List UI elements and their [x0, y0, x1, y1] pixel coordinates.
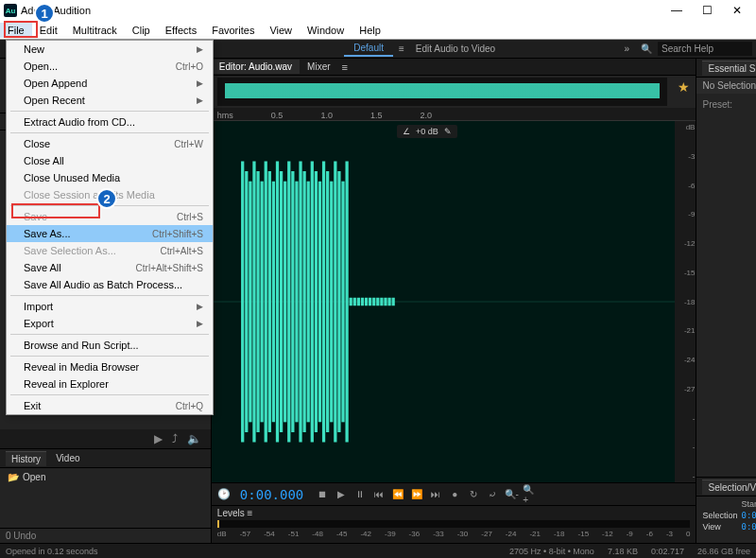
levels-label: Levels: [217, 508, 245, 518]
transport-btn-9[interactable]: ⤾: [485, 487, 500, 502]
no-selection-label: No Selection: [696, 78, 756, 94]
file-menu-save: SaveCtrl+S: [7, 208, 213, 225]
annotation-badge-2: 2: [96, 188, 117, 209]
app-icon: Au: [4, 4, 17, 17]
file-menu-close-all[interactable]: Close All: [7, 152, 213, 169]
gain-value[interactable]: +0 dB: [416, 127, 438, 136]
file-menu-open-recent[interactable]: Open Recent▶: [7, 92, 213, 109]
menu-file[interactable]: File: [0, 23, 32, 38]
file-menu-reveal-in-explorer[interactable]: Reveal in Explorer: [7, 375, 213, 392]
open-icon: 📂: [8, 472, 19, 482]
menu-view[interactable]: View: [262, 23, 300, 38]
transport-btn-8[interactable]: ↻: [466, 487, 481, 502]
loop-icon[interactable]: ⤴: [172, 432, 178, 445]
file-menu-save-all[interactable]: Save AllCtrl+Alt+Shift+S: [7, 259, 213, 276]
status-disk: 26.86 GB free: [697, 547, 750, 556]
selection-view-tab[interactable]: Selection/View: [702, 480, 756, 495]
undo-counter: 0 Undo: [0, 528, 211, 543]
timecode[interactable]: 0:00.000: [240, 487, 303, 502]
history-list: 📂Open: [0, 468, 211, 528]
workspace-edit-av[interactable]: Edit Audio to Video: [410, 42, 501, 56]
editor-tabs: Editor: Audio.wavMixer ≡: [212, 59, 696, 76]
essential-sound-tab[interactable]: Essential Sound: [702, 61, 756, 76]
history-panel-header: HistoryVideo: [0, 449, 211, 468]
transport-btn-3[interactable]: ⏮: [371, 487, 387, 502]
file-menu-save-selection-as-: Save Selection As...Ctrl+Alt+S: [7, 242, 213, 259]
status-sample: 2705 Hz • 8-bit • Mono: [509, 547, 594, 556]
status-bar: Opened in 0.12 seconds 2705 Hz • 8-bit •…: [0, 543, 756, 558]
file-menu-browse-and-run-script-[interactable]: Browse and Run Script...: [7, 337, 213, 354]
menu-multitrack[interactable]: Multitrack: [65, 23, 125, 38]
marker-icon[interactable]: ★: [678, 79, 690, 95]
selection-view-grid: StartEndDurationSelection0:00.0000:00.00…: [696, 497, 756, 543]
file-menu-open-append[interactable]: Open Append▶: [7, 75, 213, 92]
transport-btn-0[interactable]: ⏹: [315, 487, 330, 502]
status-size: 7.18 KB: [608, 547, 638, 556]
title-bar: Au Adobe Audition — ☐ ✕: [0, 0, 756, 21]
gain-hud[interactable]: ∠ +0 dB ✎: [397, 125, 457, 138]
edit-icon[interactable]: ✎: [444, 127, 452, 136]
app-title: Adobe Audition: [21, 5, 662, 16]
file-menu-extract-audio-from-cd-[interactable]: Extract Audio from CD...: [7, 113, 213, 131]
file-menu-save-as-[interactable]: Save As...Ctrl+Shift+S: [7, 225, 213, 242]
search-icon: 🔍: [635, 42, 658, 56]
left-transport: ▶ ⤴ 🔈: [0, 429, 211, 448]
transport-btn-5[interactable]: ⏩: [409, 487, 424, 502]
file-menu-export[interactable]: Export▶: [7, 315, 213, 332]
menu-window[interactable]: Window: [300, 23, 352, 38]
transport-btn-10[interactable]: 🔍-: [504, 487, 519, 502]
db-scale: dB-3-6-9-12-15-18-21-24-27---: [675, 121, 696, 482]
transport-btn-7[interactable]: ●: [447, 487, 462, 502]
waveform-display[interactable]: ∠ +0 dB ✎: [212, 121, 676, 482]
overview-waveform[interactable]: [217, 78, 668, 106]
transport-btn-2[interactable]: ⏸: [352, 487, 368, 502]
status-opened: Opened in 0.12 seconds: [6, 547, 98, 556]
volume-icon[interactable]: 🔈: [187, 432, 201, 445]
menu-edit[interactable]: Edit: [32, 23, 65, 38]
file-menu-import[interactable]: Import▶: [7, 298, 213, 315]
status-duration: 0:02.717: [651, 547, 684, 556]
editor-tab-mixer[interactable]: Mixer: [300, 60, 337, 74]
selection-view-header: Selection/View ≡: [696, 478, 756, 497]
transport-btn-11[interactable]: 🔍+: [523, 487, 538, 502]
transport-btn-6[interactable]: ⏭: [428, 487, 443, 502]
file-menu-dropdown[interactable]: New▶Open...Ctrl+OOpen Append▶Open Recent…: [6, 40, 214, 415]
preset-label: Preset:: [696, 94, 756, 115]
phase-icon[interactable]: ∠: [403, 127, 410, 136]
menu-effects[interactable]: Effects: [158, 23, 204, 38]
annotation-badge-1: 1: [34, 3, 55, 24]
menu-help[interactable]: Help: [352, 23, 388, 38]
file-menu-close-unused-media[interactable]: Close Unused Media: [7, 169, 213, 186]
file-menu-open-[interactable]: Open...Ctrl+O: [7, 58, 213, 75]
essential-sound-header: Essential Sound ≡: [696, 59, 756, 78]
file-menu-close[interactable]: CloseCtrl+W: [7, 135, 213, 152]
tab-history[interactable]: History: [6, 451, 46, 466]
minimize-button[interactable]: —: [662, 4, 692, 17]
file-menu-reveal-in-media-browser[interactable]: Reveal in Media Browser: [7, 358, 213, 375]
workspace-default[interactable]: Default: [344, 41, 393, 57]
play-icon[interactable]: ▶: [154, 432, 163, 445]
menu-favorites[interactable]: Favorites: [204, 23, 262, 38]
clock-icon: 🕑: [217, 488, 231, 500]
transport-btn-4[interactable]: ⏪: [390, 487, 405, 502]
menu-clip[interactable]: Clip: [125, 23, 158, 38]
tab-video[interactable]: Video: [50, 451, 85, 465]
levels-panel: Levels ≡ dB-57-54-51-48-45-42-39-36-33-3…: [212, 505, 696, 543]
file-menu-save-all-audio-as-batch-process-[interactable]: Save All Audio as Batch Process...: [7, 276, 213, 293]
file-menu-exit[interactable]: ExitCtrl+Q: [7, 397, 213, 414]
chevron-right-icon[interactable]: »: [618, 42, 635, 56]
transport-bar: 🕑 0:00.000 ⏹▶⏸⏮⏪⏩⏭●↻⤾🔍-🔍+: [212, 482, 696, 505]
file-menu-new[interactable]: New▶: [7, 41, 213, 58]
search-help-input[interactable]: Search Help: [658, 42, 752, 56]
transport-btn-1[interactable]: ▶: [334, 487, 349, 502]
menu-icon[interactable]: ≡: [393, 42, 410, 56]
close-button[interactable]: ✕: [722, 4, 752, 17]
menu-bar: FileEditMultitrackClipEffectsFavoritesVi…: [0, 21, 756, 40]
editor-tab-editor-audio-wav[interactable]: Editor: Audio.wav: [212, 60, 300, 74]
history-item[interactable]: 📂Open: [2, 470, 209, 484]
maximize-button[interactable]: ☐: [692, 4, 722, 17]
timeline-ruler[interactable]: hms0.51.01.52.0: [212, 108, 696, 121]
